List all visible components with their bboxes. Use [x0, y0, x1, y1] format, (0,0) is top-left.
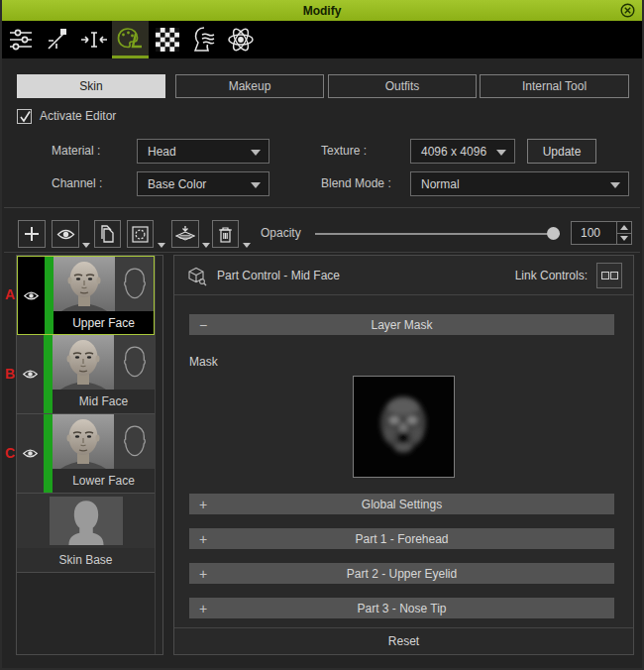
delete-layer-button[interactable]	[212, 220, 239, 248]
opacity-spin-up[interactable]	[617, 222, 631, 233]
activate-editor-checkbox[interactable]	[17, 109, 32, 124]
link-controls-label: Link Controls:	[515, 269, 588, 282]
part-control-title: Part Control - Mid Face	[217, 269, 340, 282]
texture-size-value: 4096 x 4096	[421, 145, 486, 159]
adjust-sliders-icon[interactable]	[2, 21, 39, 58]
chevron-down-icon	[251, 182, 261, 188]
appearance-icon[interactable]	[185, 21, 222, 58]
section-part1-forehead[interactable]: + Part 1 - Forehead	[189, 528, 614, 549]
layer-visibility-button[interactable]	[52, 220, 79, 248]
layer-row-mid-face[interactable]: Mid Face	[17, 335, 155, 414]
channel-select[interactable]: Base Color	[137, 171, 269, 196]
texture-size-select[interactable]: 4096 x 4096	[410, 139, 515, 164]
layer-thumbnail	[54, 257, 115, 311]
layer-name: Skin Base	[17, 548, 155, 572]
material-label: Material :	[52, 139, 100, 164]
section-part2-upper-eyelid[interactable]: + Part 2 - Upper Eyelid	[189, 563, 614, 584]
close-icon[interactable]	[620, 3, 635, 18]
layer-name: Upper Face	[54, 311, 154, 334]
layer-name: Mid Face	[53, 390, 155, 413]
collapse-icon: −	[199, 314, 207, 335]
duplicate-layer-button[interactable]	[94, 220, 121, 248]
layer-thumbnail	[53, 335, 114, 390]
layer-thumbnail	[53, 414, 114, 469]
section-part3-nose-tip[interactable]: + Part 3 - Nose Tip	[189, 598, 614, 618]
visibility-eye-icon[interactable]	[17, 335, 44, 413]
layer-row-lower-face[interactable]: Lower Face	[17, 414, 155, 494]
expand-icon: +	[199, 528, 207, 549]
section-part3-nose-tip-label: Part 3 - Nose Tip	[357, 602, 446, 615]
separator	[4, 252, 640, 253]
activate-editor-row: Activate Editor	[17, 108, 116, 124]
opacity-label: Opacity	[261, 221, 301, 246]
tab-makeup-label: Makeup	[229, 79, 271, 93]
mask-thumbnail[interactable]	[353, 376, 455, 478]
texture-label: Texture :	[321, 139, 367, 164]
add-layer-button[interactable]	[18, 220, 46, 248]
layer-active-bar	[44, 414, 53, 493]
update-button-label: Update	[543, 145, 582, 159]
head-outline-icon[interactable]	[114, 414, 155, 469]
reset-button-label: Reset	[388, 634, 419, 648]
physics-atom-icon[interactable]	[222, 21, 259, 58]
layer-mask-button[interactable]	[127, 220, 154, 248]
layer-list: Upper Face Mid Face	[16, 255, 163, 655]
tab-skin-label: Skin	[79, 79, 102, 93]
tab-skin[interactable]: Skin	[17, 74, 165, 98]
section-part2-upper-eyelid-label: Part 2 - Upper Eyelid	[347, 567, 457, 581]
texture-checker-icon[interactable]	[149, 21, 185, 58]
blend-mode-value: Normal	[421, 177, 460, 191]
tab-internal-tool-label: Internal Tool	[522, 79, 587, 93]
chevron-down-icon	[496, 150, 506, 156]
blend-mode-select[interactable]: Normal	[410, 171, 629, 196]
mask-label: Mask	[189, 355, 633, 369]
visibility-eye-icon[interactable]	[17, 414, 44, 493]
expand-icon: +	[199, 494, 207, 514]
section-global-settings-label: Global Settings	[362, 498, 442, 511]
main-toolbar	[2, 21, 642, 58]
layer-active-bar	[44, 335, 53, 413]
mask-dropdown-caret[interactable]	[158, 243, 165, 248]
opacity-slider-handle[interactable]	[547, 227, 560, 240]
conform-icon[interactable]	[75, 21, 112, 58]
tab-outfits[interactable]: Outfits	[328, 74, 477, 98]
material-select[interactable]: Head	[137, 139, 269, 164]
chevron-down-icon	[610, 182, 620, 188]
blend-mode-label: Blend Mode :	[321, 171, 391, 196]
skingen-palette-icon[interactable]	[112, 21, 149, 58]
tab-makeup[interactable]: Makeup	[175, 74, 324, 98]
opacity-spinner	[616, 222, 631, 244]
reset-button[interactable]: Reset	[174, 627, 633, 654]
layer-active-bar	[45, 257, 54, 334]
part-control-header: Part Control - Mid Face Link Controls:	[174, 256, 633, 295]
merge-dropdown-caret[interactable]	[202, 243, 210, 248]
material-value: Head	[148, 145, 176, 159]
titlebar[interactable]: Modify	[2, 0, 642, 21]
skin-base-thumbnail	[50, 497, 123, 545]
visibility-dropdown-caret[interactable]	[82, 243, 90, 248]
link-controls-toggle[interactable]	[596, 263, 622, 288]
edit-motion-icon[interactable]	[39, 21, 75, 58]
tab-outfits-label: Outfits	[385, 79, 420, 93]
merge-layer-button[interactable]	[171, 220, 199, 248]
channel-label: Channel :	[52, 171, 102, 196]
section-layer-mask[interactable]: − Layer Mask	[189, 314, 614, 335]
activate-editor-label: Activate Editor	[40, 109, 116, 123]
head-outline-icon[interactable]	[115, 257, 154, 311]
visibility-eye-icon[interactable]	[18, 257, 45, 334]
opacity-spin-down[interactable]	[617, 233, 631, 245]
opacity-value-box[interactable]: 100	[571, 221, 632, 245]
part-cube-icon	[185, 265, 207, 286]
tab-internal-tool[interactable]: Internal Tool	[480, 74, 629, 98]
layer-row-skin-base[interactable]: Skin Base	[17, 494, 155, 573]
layer-row-upper-face[interactable]: Upper Face	[17, 256, 155, 335]
modify-window: Modify	[0, 0, 644, 670]
head-outline-icon[interactable]	[114, 335, 155, 390]
section-global-settings[interactable]: + Global Settings	[189, 494, 614, 514]
opacity-slider-track[interactable]	[315, 233, 560, 235]
layer-list-scrollbar[interactable]	[155, 256, 162, 654]
section-layer-mask-label: Layer Mask	[371, 318, 432, 332]
update-button[interactable]: Update	[527, 139, 596, 164]
delete-dropdown-caret[interactable]	[243, 243, 251, 248]
expand-icon: +	[199, 598, 207, 618]
